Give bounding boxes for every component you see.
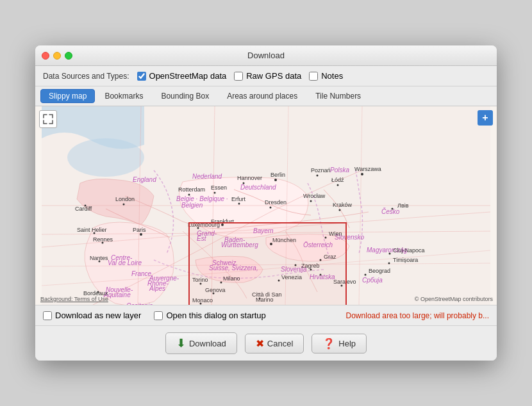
download-layer-group: Download as new layer <box>43 311 141 320</box>
download-icon: ⬇ <box>176 336 186 350</box>
map-attribution[interactable]: Background: Terms of Use <box>40 296 108 302</box>
svg-text:Cardiff: Cardiff <box>75 206 92 212</box>
svg-point-70 <box>339 209 341 211</box>
notes-label: Notes <box>321 71 343 81</box>
svg-point-50 <box>214 192 216 194</box>
svg-text:Polska: Polska <box>330 166 349 174</box>
svg-point-64 <box>270 207 272 209</box>
toolbar: Data Sources and Types: OpenStreetMap da… <box>35 66 497 86</box>
help-label: Help <box>338 339 356 348</box>
plus-icon: + <box>482 112 488 124</box>
svg-point-68 <box>310 200 312 202</box>
tab-areas[interactable]: Areas around places <box>219 89 306 103</box>
main-window: Download Data Sources and Types: OpenStr… <box>35 45 497 361</box>
map-zoom-in-button[interactable]: + <box>478 110 493 126</box>
svg-text:Timișoara: Timișoara <box>393 257 418 263</box>
osm-checkbox[interactable] <box>137 72 146 81</box>
svg-text:Nantes: Nantes <box>90 255 108 261</box>
svg-text:Alpes: Alpes <box>149 285 165 292</box>
traffic-lights <box>42 52 72 60</box>
open-dialog-checkbox[interactable] <box>154 311 163 320</box>
close-button[interactable] <box>42 52 49 60</box>
notes-checkbox-group: Notes <box>309 71 343 81</box>
tab-slippy[interactable]: Slippy map <box>40 89 95 103</box>
tab-bounding[interactable]: Bounding Box <box>153 89 217 103</box>
svg-point-54 <box>274 179 277 181</box>
svg-text:Dresden: Dresden <box>265 199 287 206</box>
svg-point-100 <box>388 263 390 264</box>
svg-point-96 <box>365 274 367 276</box>
svg-text:Wrocław: Wrocław <box>303 193 326 199</box>
svg-point-58 <box>361 173 363 175</box>
minimize-button[interactable] <box>53 52 61 60</box>
download-layer-checkbox[interactable] <box>43 311 52 320</box>
svg-text:Hannover: Hannover <box>237 175 262 181</box>
svg-text:Essen: Essen <box>211 184 227 191</box>
download-label: Download <box>189 339 226 348</box>
download-layer-label: Download as new layer <box>55 311 141 320</box>
svg-text:Erfurt: Erfurt <box>231 196 246 202</box>
svg-text:Beograd: Beograd <box>369 268 390 274</box>
svg-text:Poznań: Poznań <box>311 167 331 174</box>
svg-point-40 <box>140 233 142 236</box>
cancel-icon: ✖ <box>256 337 264 350</box>
map-expand-button[interactable] <box>39 110 57 128</box>
svg-text:Deutschland: Deutschland <box>240 184 276 191</box>
map-container[interactable]: Nederland Deutschland Polska Belgie · Be… <box>35 106 497 305</box>
svg-text:Łódź: Łódź <box>331 177 344 183</box>
open-dialog-label: Open this dialog on startup <box>166 311 265 320</box>
warning-text: Download area too large; will probably b… <box>346 311 489 320</box>
svg-point-62 <box>238 203 240 205</box>
cancel-label: Cancel <box>267 339 293 348</box>
osm-checkbox-group: OpenStreetMap data <box>137 71 227 81</box>
tab-bookmarks[interactable]: Bookmarks <box>96 89 151 103</box>
gps-checkbox[interactable] <box>234 72 243 81</box>
map-svg: Nederland Deutschland Polska Belgie · Be… <box>35 106 497 305</box>
toolbar-label: Data Sources and Types: <box>43 72 129 81</box>
svg-point-60 <box>337 184 339 186</box>
download-button[interactable]: ⬇ Download <box>165 332 237 354</box>
open-dialog-group: Open this dialog on startup <box>154 311 265 320</box>
svg-text:Србија: Србија <box>362 277 383 284</box>
svg-point-48 <box>188 194 190 196</box>
window-title: Download <box>247 51 285 60</box>
svg-text:Лвів: Лвів <box>397 202 409 209</box>
svg-text:Paris: Paris <box>133 227 146 233</box>
svg-text:Rotterdam: Rotterdam <box>178 186 205 193</box>
svg-point-52 <box>243 183 245 184</box>
map-attribution-right: © OpenStreetMap contributors <box>415 296 493 302</box>
map-background: Nederland Deutschland Polska Belgie · Be… <box>35 106 497 305</box>
svg-point-56 <box>317 175 319 177</box>
osm-label: OpenStreetMap data <box>149 71 227 81</box>
gps-label: Raw GPS data <box>246 71 301 81</box>
svg-point-72 <box>392 208 394 210</box>
gps-checkbox-group: Raw GPS data <box>234 71 301 81</box>
svg-text:England: England <box>133 176 156 183</box>
svg-text:Occitanie: Occitanie <box>126 302 153 305</box>
svg-point-102 <box>389 253 391 255</box>
notes-checkbox[interactable] <box>309 72 318 81</box>
svg-text:Saint Helier: Saint Helier <box>77 227 107 233</box>
svg-point-38 <box>123 204 125 206</box>
maximize-button[interactable] <box>65 52 72 60</box>
tab-tile[interactable]: Tile Numbers <box>307 89 369 103</box>
svg-rect-111 <box>189 223 346 305</box>
svg-text:Rennes: Rennes <box>93 236 113 243</box>
help-button[interactable]: ❓ Help <box>312 334 367 353</box>
help-icon: ❓ <box>322 337 335 350</box>
svg-text:Cluj-Napoca: Cluj-Napoca <box>393 247 425 254</box>
svg-text:London: London <box>115 196 135 202</box>
svg-text:Nederland: Nederland <box>192 173 222 180</box>
svg-text:Kraków: Kraków <box>333 202 353 208</box>
svg-text:France: France <box>131 270 152 277</box>
button-row: ⬇ Download ✖ Cancel ❓ Help <box>35 325 497 361</box>
cancel-button[interactable]: ✖ Cancel <box>245 334 304 353</box>
svg-text:Belgien: Belgien <box>181 202 203 209</box>
title-bar: Download <box>35 45 497 66</box>
svg-text:Val de Loire: Val de Loire <box>108 259 142 266</box>
bottom-options: Download as new layer Open this dialog o… <box>35 305 497 325</box>
expand-icon <box>43 114 53 124</box>
tabs-bar: Slippy map Bookmarks Bounding Box Areas … <box>35 86 497 106</box>
svg-text:Warszawa: Warszawa <box>354 166 381 172</box>
svg-text:Berlin: Berlin <box>270 172 285 178</box>
